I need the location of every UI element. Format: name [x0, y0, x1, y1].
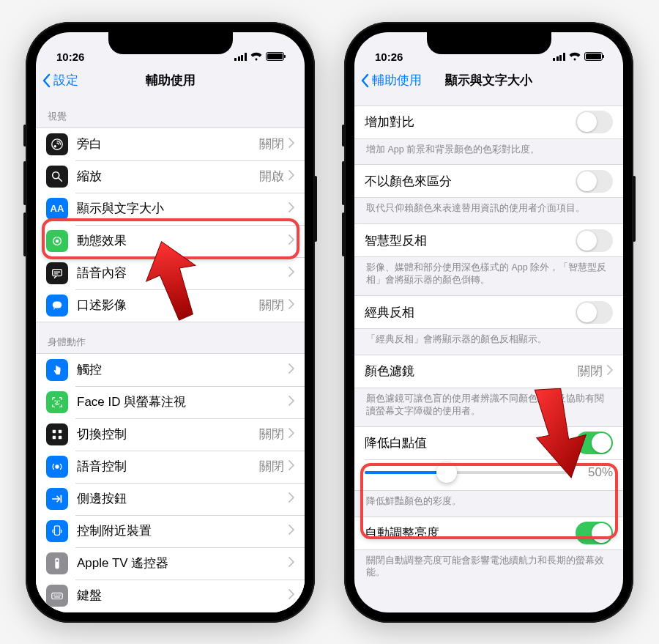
- nav-bar: 設定 輔助使用: [36, 64, 305, 97]
- row-value: 關閉: [259, 426, 284, 443]
- row-label: 降低白點值: [365, 434, 576, 451]
- row-voiceover[interactable]: 旁白 關閉: [36, 128, 305, 160]
- row-value: 關閉: [578, 363, 603, 380]
- remote-icon: [46, 552, 68, 574]
- row-switch-control[interactable]: 切換控制 關閉: [36, 418, 305, 451]
- chevron-right-icon: [288, 557, 294, 570]
- row-color-filters[interactable]: 顏色濾鏡 關閉: [354, 355, 623, 388]
- row-label: 智慧型反相: [365, 232, 576, 249]
- row-label: 經典反相: [365, 304, 576, 321]
- row-label: 動態效果: [77, 232, 288, 249]
- toggle-classic-invert[interactable]: [576, 301, 613, 324]
- row-motion[interactable]: 動態效果: [36, 225, 305, 257]
- chevron-right-icon: [288, 363, 294, 377]
- back-label: 設定: [53, 72, 78, 89]
- group-header-visual: 視覺: [36, 97, 305, 127]
- row-smart-invert[interactable]: 智慧型反相: [354, 224, 623, 256]
- chevron-right-icon: [288, 460, 294, 473]
- row-faceid[interactable]: Face ID 與螢幕注視: [36, 386, 305, 418]
- chevron-right-icon: [288, 202, 294, 215]
- slider-white-point[interactable]: 50%: [354, 459, 623, 490]
- row-side-button[interactable]: 側邊按鈕: [36, 483, 305, 515]
- signal-icon: [234, 53, 247, 61]
- footer-text: 降低鮮豔顏色的彩度。: [354, 491, 623, 517]
- row-label: 旁白: [77, 136, 259, 152]
- row-value: 開啟: [259, 168, 284, 185]
- svg-rect-11: [53, 435, 56, 439]
- toggle-reduce-white-point[interactable]: [576, 432, 613, 454]
- keyboard-icon: [46, 585, 68, 607]
- row-label: Face ID 與螢幕注視: [77, 393, 288, 410]
- row-nearby-devices[interactable]: 控制附近裝置: [36, 515, 305, 547]
- voiceover-icon: [46, 133, 68, 155]
- svg-point-7: [54, 400, 56, 401]
- slider-thumb[interactable]: [436, 462, 457, 483]
- battery-icon: [584, 52, 603, 61]
- row-voice-control[interactable]: 語音控制 關閉: [36, 451, 305, 483]
- toggle-differentiate-color[interactable]: [576, 170, 613, 193]
- chevron-right-icon: [288, 492, 294, 506]
- slider-track[interactable]: [365, 471, 570, 474]
- chevron-right-icon: [288, 138, 294, 151]
- row-auto-brightness[interactable]: 自動調整亮度: [354, 517, 623, 549]
- row-increase-contrast[interactable]: 增加對比: [354, 106, 623, 138]
- svg-rect-9: [53, 429, 56, 433]
- svg-rect-15: [54, 525, 59, 535]
- zoom-icon: [46, 166, 68, 188]
- chevron-left-icon: [360, 73, 369, 88]
- svg-rect-16: [55, 558, 59, 568]
- notch: [427, 32, 551, 54]
- svg-rect-12: [59, 435, 62, 439]
- slider-value: 50%: [578, 465, 613, 480]
- row-display-text-size[interactable]: AA 顯示與文字大小: [36, 193, 305, 225]
- nav-title: 顯示與文字大小: [445, 72, 532, 89]
- row-label: 顯示與文字大小: [77, 200, 288, 217]
- svg-point-4: [56, 239, 59, 243]
- row-label: 顏色濾鏡: [365, 363, 578, 380]
- row-keyboard[interactable]: 鍵盤: [36, 580, 305, 612]
- row-classic-invert[interactable]: 經典反相: [354, 296, 623, 328]
- row-label: Apple TV 遙控器: [77, 555, 288, 571]
- row-differentiate-color[interactable]: 不以顏色來區分: [354, 165, 623, 197]
- back-button[interactable]: 設定: [42, 64, 78, 97]
- phone-right: 10:26 輔助使用 顯示與文字大小 增加對比: [344, 22, 633, 623]
- toggle-increase-contrast[interactable]: [576, 111, 613, 133]
- chevron-right-icon: [607, 365, 613, 378]
- text-size-icon: AA: [46, 198, 68, 220]
- svg-rect-18: [52, 593, 62, 599]
- row-label: 控制附近裝置: [77, 522, 288, 539]
- back-label: 輔助使用: [372, 72, 422, 89]
- notch: [108, 32, 233, 54]
- row-label: 口述影像: [77, 297, 259, 314]
- back-button[interactable]: 輔助使用: [360, 64, 422, 97]
- row-zoom[interactable]: 縮放 開啟: [36, 160, 305, 193]
- row-label: 觸控: [77, 361, 288, 378]
- toggle-smart-invert[interactable]: [576, 229, 613, 252]
- row-reduce-white-point[interactable]: 降低白點值: [354, 427, 623, 459]
- row-label: 切換控制: [77, 426, 259, 443]
- row-apple-tv-remote[interactable]: Apple TV 遙控器: [36, 547, 305, 580]
- row-touch[interactable]: 觸控: [36, 354, 305, 386]
- switch-icon: [46, 423, 68, 445]
- chevron-right-icon: [288, 525, 294, 538]
- row-label: 增加對比: [365, 114, 576, 130]
- footer-text: 顏色濾鏡可讓色盲的使用者辨識不同顏色，以及協助有閱讀螢幕文字障礙的使用者。: [354, 388, 623, 426]
- row-value: 關閉: [259, 136, 284, 152]
- row-label: 鍵盤: [77, 587, 288, 604]
- nav-bar: 輔助使用 顯示與文字大小: [354, 64, 623, 97]
- touch-icon: [46, 359, 68, 381]
- chevron-right-icon: [288, 234, 294, 248]
- row-audio-description[interactable]: 口述影像 關閉: [36, 289, 305, 322]
- row-label: 語音控制: [77, 458, 259, 475]
- battery-icon: [266, 52, 284, 61]
- toggle-auto-brightness[interactable]: [576, 522, 613, 544]
- chevron-right-icon: [288, 170, 294, 183]
- chevron-right-icon: [288, 589, 294, 602]
- svg-rect-5: [53, 269, 62, 275]
- row-spoken-content[interactable]: 語音內容: [36, 257, 305, 289]
- chevron-right-icon: [288, 396, 294, 409]
- status-time: 10:26: [56, 51, 84, 63]
- row-label: 縮放: [77, 168, 259, 185]
- row-value: 關閉: [259, 458, 284, 475]
- footer-text: 關閉自動調整亮度可能會影響電池續航力和長期的螢幕效能。: [354, 550, 623, 588]
